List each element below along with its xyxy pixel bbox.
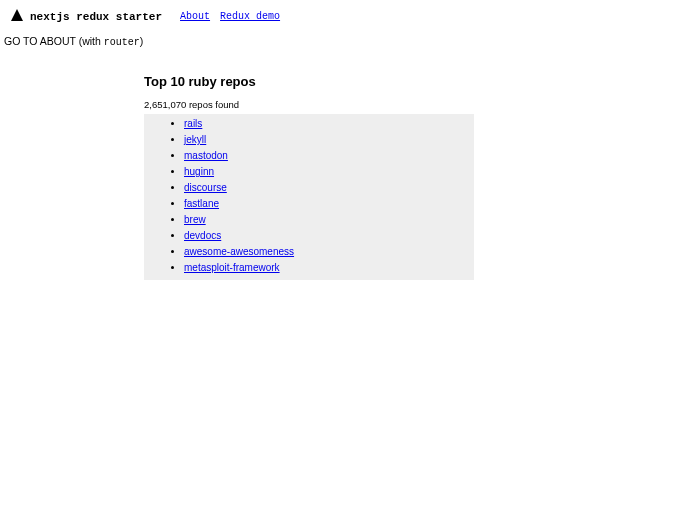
app-title: nextjs redux starter [30,11,162,23]
router-suffix: ) [140,35,144,47]
repo-link[interactable]: discourse [184,182,227,193]
list-item: devdocs [184,228,468,244]
list-item: jekyll [184,132,468,148]
repo-link[interactable]: huginn [184,166,214,177]
page-title: Top 10 ruby repos [144,74,544,89]
repo-link[interactable]: mastodon [184,150,228,161]
list-item: brew [184,212,468,228]
svg-marker-0 [11,9,23,21]
list-item: discourse [184,180,468,196]
repo-link[interactable]: rails [184,118,202,129]
main-content: Top 10 ruby repos 2,651,070 repos found … [144,74,544,280]
list-item: metasploit-framework [184,260,468,276]
list-item: fastlane [184,196,468,212]
header: nextjs redux starter About Redux demo [0,0,688,33]
goto-about-router[interactable]: GO TO ABOUT (with router) [0,33,688,50]
repo-link[interactable]: fastlane [184,198,219,209]
repo-link[interactable]: jekyll [184,134,206,145]
logo-icon [10,8,24,25]
list-item: huginn [184,164,468,180]
nav-redux-demo[interactable]: Redux demo [220,11,280,22]
repo-count: 2,651,070 repos found [144,99,544,110]
repo-link[interactable]: devdocs [184,230,221,241]
list-item: rails [184,116,468,132]
router-prefix: GO TO ABOUT (with [4,35,104,47]
router-code: router [104,37,140,48]
nav-about[interactable]: About [180,11,210,22]
list-item: awesome-awesomeness [184,244,468,260]
repo-link[interactable]: metasploit-framework [184,262,280,273]
repo-list-container: rails jekyll mastodon huginn discourse f… [144,114,474,280]
repo-link[interactable]: brew [184,214,206,225]
list-item: mastodon [184,148,468,164]
repo-link[interactable]: awesome-awesomeness [184,246,294,257]
repo-list: rails jekyll mastodon huginn discourse f… [150,116,468,276]
